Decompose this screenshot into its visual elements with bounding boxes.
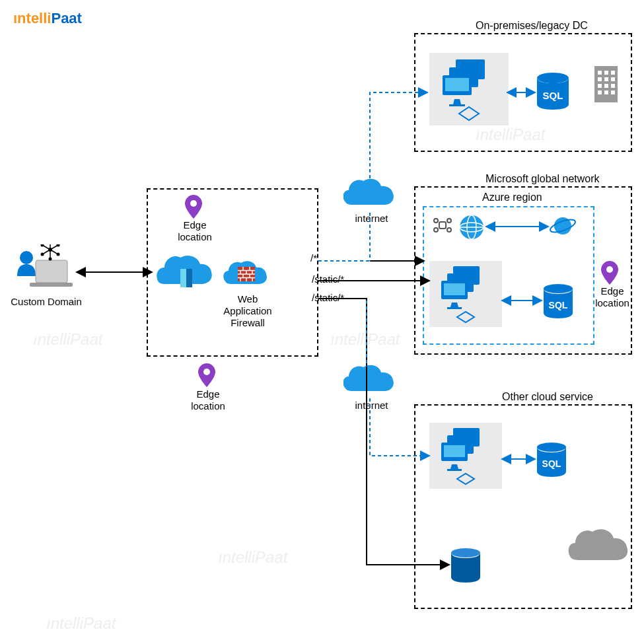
svg-rect-81 [444,445,465,457]
svg-text:SQL: SQL [543,90,563,101]
svg-point-41 [537,73,569,83]
svg-rect-48 [604,77,608,81]
sql-icon: SQL [542,284,575,321]
svg-point-76 [606,266,613,273]
svg-point-7 [57,244,60,247]
svg-point-59 [434,228,438,232]
watermark: ıntelliPaat [218,548,287,567]
svg-rect-45 [604,71,608,75]
drone-icon [433,218,452,234]
sql-icon: SQL [535,443,568,480]
building-icon [591,63,621,106]
svg-point-58 [447,219,451,223]
svg-marker-72 [450,303,458,307]
svg-point-60 [447,228,451,232]
svg-rect-47 [598,77,602,81]
logo-suffix: Paat [51,10,81,26]
waf-label: Web Application Firewall [218,293,277,329]
route-label: /* [310,252,317,264]
svg-rect-51 [604,84,608,88]
logo-prefix: ıntelli [13,10,51,26]
edge-pin-icon [185,195,202,219]
svg-text:SQL: SQL [542,458,561,469]
waf-icon [223,258,269,291]
cosmos-icon [548,211,577,240]
svg-point-84 [537,443,566,452]
azureregion-title: Azure region [482,192,542,203]
edge-pin-icon [198,363,215,387]
svg-rect-83 [447,469,462,471]
svg-point-15 [49,258,52,261]
edge-label-1: Edge location [172,219,218,243]
svg-rect-50 [598,84,602,88]
onprem-title: On-premises/legacy DC [476,20,588,32]
logo: ıntelliPaat [13,10,82,27]
svg-point-11 [41,244,44,247]
svg-marker-39 [453,99,461,104]
internet-cloud-icon [343,363,396,400]
svg-rect-38 [445,78,469,91]
svg-point-0 [20,251,33,264]
svg-rect-2 [30,283,73,287]
svg-rect-46 [611,71,615,75]
gray-cloud-icon [568,528,631,568]
edge-label-3: Edge location [589,285,635,309]
front-door-icon [155,254,215,294]
svg-rect-53 [598,90,602,94]
svg-point-16 [190,200,197,207]
edge-pin-icon [601,261,618,285]
svg-rect-1 [36,260,67,283]
internet-cloud-icon [343,177,396,213]
svg-point-9 [57,253,60,256]
vm-cluster-icon [429,261,502,334]
svg-point-86 [451,548,480,557]
svg-rect-55 [611,90,615,94]
watermark: ıntelliPaat [330,330,400,349]
svg-point-74 [544,284,573,293]
globe-icon [457,213,486,242]
svg-rect-54 [604,90,608,94]
svg-rect-73 [447,307,462,309]
othercloud-title: Other cloud service [502,391,593,403]
vm-cluster-icon [429,53,509,132]
svg-point-57 [434,219,438,223]
sql-icon: SQL [535,73,571,112]
svg-rect-71 [444,283,465,295]
svg-point-13 [41,253,44,256]
svg-rect-49 [611,77,615,81]
svg-rect-18 [180,269,186,287]
storage-icon [449,548,482,585]
internet-label-1: internet [350,213,393,224]
svg-rect-56 [439,222,446,229]
internet-label-2: internet [350,400,393,411]
svg-marker-82 [450,464,458,469]
svg-point-33 [203,369,210,375]
svg-text:SQL: SQL [549,300,568,310]
watermark: ıntelliPaat [46,614,116,633]
svg-rect-52 [611,84,615,88]
vm-cluster-icon [429,423,502,495]
edge-label-2: Edge location [185,388,231,412]
user-icon [13,244,73,294]
watermark: ıntelliPaat [33,330,102,349]
route-label: /static/* [312,292,344,303]
route-label: /static/* [312,273,344,285]
msglobal-title: Microsoft global network [485,173,600,185]
svg-rect-44 [598,71,602,75]
custom-domain-label: Custom Domain [7,296,86,307]
svg-rect-40 [449,104,465,106]
